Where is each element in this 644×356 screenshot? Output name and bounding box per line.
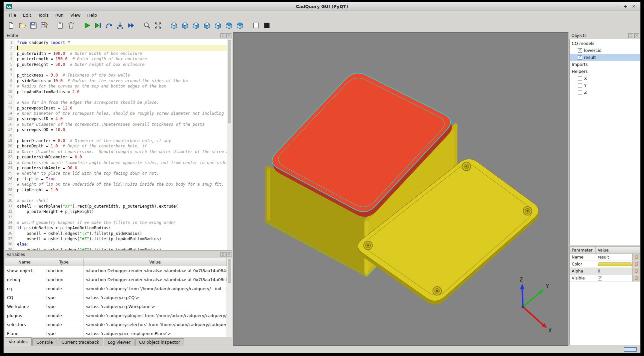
tree-group-imports[interactable]: Imports xyxy=(570,61,640,68)
tree-item-x[interactable]: X xyxy=(570,75,640,82)
editor-scrollbar[interactable] xyxy=(227,39,232,250)
step-over-button[interactable] xyxy=(104,21,114,30)
reset-icon[interactable] xyxy=(634,276,639,280)
minimize-button[interactable]: – xyxy=(617,4,619,9)
axis-label-x: X xyxy=(548,328,552,334)
view-top-button[interactable] xyxy=(224,21,234,30)
tab-log-viewer[interactable]: Log viewer xyxy=(104,338,135,346)
zoom-button[interactable] xyxy=(142,21,152,30)
save-button[interactable] xyxy=(28,21,38,30)
property-value[interactable]: ✓ xyxy=(596,275,632,281)
view-left-button[interactable] xyxy=(202,21,212,30)
table-row[interactable]: selectorsmodule<module 'cadquery.selecto… xyxy=(5,320,227,329)
code-line: 1from cadquery import * xyxy=(5,40,227,45)
step-into-button[interactable] xyxy=(115,21,125,30)
tree-group-cq-models[interactable]: CQ models xyxy=(570,40,640,47)
code-text: p_outerWidth = 100.0 # Outer width of bo… xyxy=(15,51,227,56)
column-header-type[interactable]: Type xyxy=(44,258,84,266)
table-row[interactable]: pluginsmodule<module 'cadquery.plugins' … xyxy=(5,311,227,320)
checkbox-lowerlid[interactable]: ✓ xyxy=(578,48,582,53)
reset-cell xyxy=(632,261,640,267)
table-row[interactable]: Workplanetype<class 'cadquery.cq.Workpla… xyxy=(5,302,227,311)
table-row[interactable]: cqmodule<module 'cadquery' from '/home/a… xyxy=(5,284,227,293)
menu-item-help[interactable]: Help xyxy=(84,12,101,19)
table-cell: module xyxy=(44,284,84,293)
view-iso-button[interactable] xyxy=(169,21,179,30)
tab-cq-object-inspector[interactable]: CQ object inspector xyxy=(135,338,184,346)
wireframe-button[interactable] xyxy=(251,21,261,30)
tree-item-result[interactable]: ✓result xyxy=(570,54,640,61)
variables-close-icon[interactable]: ✕ xyxy=(226,252,231,257)
code-line: 3p_outerWidth = 100.0 # Outer width of b… xyxy=(5,51,227,56)
line-number: 35 xyxy=(5,225,15,231)
debug-button[interactable] xyxy=(93,21,103,30)
view-bottom-button[interactable] xyxy=(235,21,245,30)
open-file-button[interactable] xyxy=(17,21,27,30)
checkbox-z[interactable] xyxy=(578,90,582,94)
menu-item-tools[interactable]: Tools xyxy=(35,12,52,19)
checkbox-result[interactable]: ✓ xyxy=(578,55,582,60)
code-text: p_outerLength = 150.0 # Outer length of … xyxy=(15,56,227,62)
editor-float-icon[interactable]: ◻ xyxy=(220,33,225,38)
column-header-value[interactable]: Value xyxy=(596,247,632,254)
shaded-button[interactable] xyxy=(262,21,272,30)
tree-item-y[interactable]: Y xyxy=(570,82,640,89)
column-header-value[interactable]: Value xyxy=(84,258,227,266)
checkbox-x[interactable] xyxy=(578,76,582,81)
color-swatch[interactable] xyxy=(598,263,632,266)
view-front-button[interactable] xyxy=(180,21,190,30)
table-row[interactable]: show_objectfunction<function Debugger.re… xyxy=(5,266,227,275)
code-text xyxy=(15,94,227,100)
table-cell: selectors xyxy=(5,320,44,329)
view-back-button[interactable] xyxy=(191,21,201,30)
objects-close-icon[interactable]: ✕ xyxy=(634,33,639,38)
tree-item-lowerlid[interactable]: ✓lowerLid xyxy=(570,47,640,54)
new-file-button[interactable] xyxy=(6,21,16,30)
reset-icon[interactable] xyxy=(634,262,639,267)
trash-button[interactable] xyxy=(66,21,76,30)
code-text: # Outer Diameter of the screwposts.\nDet… xyxy=(15,122,227,127)
menu-item-file[interactable]: File xyxy=(6,12,20,19)
table-cell: <class 'cadquery.cq.CQ'> xyxy=(84,293,227,302)
checkbox-y[interactable] xyxy=(578,83,582,88)
save-as-button[interactable] xyxy=(39,21,49,30)
code-editor[interactable]: 1from cadquery import *23p_outerWidth = … xyxy=(5,39,227,250)
run-button[interactable] xyxy=(82,21,92,30)
column-header-name[interactable]: Name xyxy=(5,258,44,266)
checkbox-visible[interactable]: ✓ xyxy=(598,276,602,280)
tree-group-helpers[interactable]: Helpers xyxy=(570,68,640,75)
bottom-tab-bar: VariablesConsoleCurrent tracebackLog vie… xyxy=(5,337,184,346)
close-button[interactable]: ✕ xyxy=(632,4,636,9)
editor-close-icon[interactable]: ✕ xyxy=(226,33,231,38)
viewport-3d[interactable]: Z Y X xyxy=(233,33,568,345)
reset-icon[interactable] xyxy=(634,255,639,260)
editor-scrollbar-thumb[interactable] xyxy=(228,40,231,123)
table-cell: <class 'cadquery.occ_impl.geom.Plane'> xyxy=(84,329,227,337)
maximize-button[interactable]: + xyxy=(624,4,627,9)
fit-all-button[interactable] xyxy=(153,21,163,30)
clipboard-button[interactable] xyxy=(55,21,65,30)
reset-icon[interactable] xyxy=(634,269,639,273)
column-header-parameter[interactable]: Parameter xyxy=(570,247,596,254)
view-right-button[interactable] xyxy=(213,21,223,30)
title-bar[interactable]: cq CadQuery GUI (PyQT) – + ✕ xyxy=(4,2,640,11)
tab-console[interactable]: Console xyxy=(32,338,57,346)
continue-button[interactable] xyxy=(126,21,136,30)
table-row[interactable]: Planetype<class 'cadquery.occ_impl.geom.… xyxy=(5,329,227,337)
text-caret xyxy=(17,46,18,50)
variables-scrollbar[interactable] xyxy=(227,258,232,337)
objects-float-icon[interactable]: ◻ xyxy=(628,33,633,38)
variables-scrollbar-thumb[interactable] xyxy=(228,259,231,283)
menu-item-run[interactable]: Run xyxy=(52,12,67,19)
line-number: 16 xyxy=(5,122,15,127)
table-cell: <function Debugger.render.<locals>.<lamb… xyxy=(84,266,227,275)
variables-float-icon[interactable]: ◻ xyxy=(220,252,225,257)
tab-variables[interactable]: Variables xyxy=(5,337,32,346)
menu-item-edit[interactable]: Edit xyxy=(20,12,35,19)
property-value[interactable] xyxy=(596,261,632,267)
table-row[interactable]: CQtype<class 'cadquery.cq.CQ'> xyxy=(5,293,227,302)
menu-item-view[interactable]: View xyxy=(67,12,84,19)
tab-current-traceback[interactable]: Current traceback xyxy=(58,338,103,346)
table-row[interactable]: debugfunction<function Debugger.render.<… xyxy=(5,275,227,284)
tree-item-z[interactable]: Z xyxy=(570,89,640,96)
